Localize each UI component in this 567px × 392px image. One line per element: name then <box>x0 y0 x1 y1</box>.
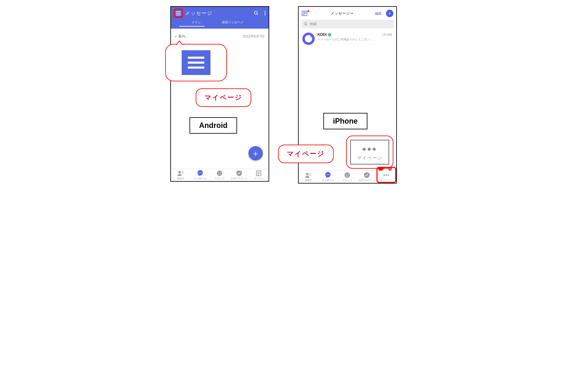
svg-point-14 <box>218 172 219 173</box>
compose-button[interactable]: ＋ <box>248 146 263 160</box>
svg-point-37 <box>345 172 350 178</box>
edit-button[interactable]: 編集 <box>375 11 382 16</box>
mypage-enlarged-label: マイページ <box>357 155 383 161</box>
svg-point-3 <box>264 13 265 14</box>
iphone-header: メッセージ 編集 ＋ <box>299 7 396 18</box>
ellipsis-icon: ●●● <box>357 145 383 153</box>
svg-point-12 <box>201 172 202 173</box>
header-title: メッセージ <box>185 10 254 16</box>
nav-contacts[interactable]: 連絡先 <box>171 170 191 180</box>
message-date: 2022年6月7日 <box>243 34 265 39</box>
android-screenshot: メッセージ メイン 迷惑メッセージ ✔ 案内 <box>170 6 269 182</box>
compose-button[interactable]: ＋ <box>386 10 393 17</box>
message-snippet: ＋メッセージのご利用ありがとうござい… <box>318 38 393 42</box>
more-icon[interactable] <box>264 11 266 15</box>
svg-line-1 <box>257 14 258 15</box>
svg-point-24 <box>304 22 306 25</box>
nav-official[interactable]: 公式アカウント <box>357 172 377 182</box>
portal-icon <box>255 170 262 176</box>
nav-stamp[interactable]: スタンプ <box>210 170 229 180</box>
svg-point-11 <box>200 172 201 173</box>
svg-rect-30 <box>309 173 311 174</box>
verified-icon <box>328 33 331 36</box>
official-icon <box>235 170 243 176</box>
stamp-icon <box>216 170 223 176</box>
svg-point-35 <box>328 174 328 175</box>
contacts-icon <box>177 170 184 176</box>
header-title-dropdown[interactable]: メッセージ <box>311 11 373 16</box>
svg-point-34 <box>326 174 327 175</box>
svg-point-29 <box>306 173 308 175</box>
svg-text:+: + <box>310 35 312 38</box>
svg-rect-8 <box>182 173 183 174</box>
search-icon[interactable] <box>254 11 259 16</box>
tab-spam[interactable]: 迷惑メッセージ <box>205 20 260 27</box>
stamp-icon <box>344 172 351 178</box>
nav-contacts[interactable]: 連絡先 <box>299 172 318 182</box>
svg-point-5 <box>178 171 181 173</box>
search-input[interactable]: 検索 <box>301 20 394 28</box>
verified-icon: ✔ <box>175 35 177 38</box>
notification-dot <box>307 10 309 12</box>
svg-point-13 <box>217 170 222 176</box>
news-icon[interactable] <box>302 11 309 16</box>
svg-rect-7 <box>182 172 183 173</box>
message-snippet: 案内... <box>178 34 188 39</box>
messages-icon <box>197 170 204 176</box>
svg-point-28 <box>328 33 331 36</box>
official-icon <box>363 172 370 178</box>
sender-name: KDDI <box>318 33 327 37</box>
bottom-nav: 連絡先 メッセージ スタンプ 公式アカウント <box>299 170 396 183</box>
nav-messages[interactable]: メッセージ <box>318 172 338 182</box>
chevron-down-icon <box>351 13 353 14</box>
callout-hamburger <box>165 44 227 81</box>
alert-badge: ! <box>388 167 392 171</box>
message-row[interactable]: + KDDI 2月28日 ＋メッセージのご利用ありがとうござい… <box>299 30 396 47</box>
svg-point-41 <box>386 174 387 176</box>
svg-point-42 <box>388 174 389 176</box>
iphone-screenshot: メッセージ 編集 ＋ 検索 + KDDI <box>298 6 397 183</box>
svg-rect-31 <box>309 174 311 175</box>
ellipsis-icon <box>383 172 390 178</box>
svg-point-36 <box>329 174 330 175</box>
svg-line-25 <box>306 25 307 26</box>
callout-mypage-label: マイページ <box>278 145 334 163</box>
os-label: Android <box>190 117 237 134</box>
contacts-icon <box>305 172 312 178</box>
svg-point-40 <box>384 174 385 176</box>
nav-official[interactable]: 公式アカウント <box>229 170 249 180</box>
sender-avatar: + <box>302 33 315 45</box>
search-placeholder: 検索 <box>310 22 317 26</box>
nav-stamp[interactable]: スタンプ <box>338 172 357 182</box>
search-icon <box>304 22 308 26</box>
svg-rect-6 <box>182 171 183 172</box>
svg-point-0 <box>254 11 257 14</box>
nav-portal[interactable]: ポータル <box>249 170 269 180</box>
menu-icon[interactable] <box>174 9 183 18</box>
callout-mypage-label: マイページ <box>196 88 251 107</box>
tab-main[interactable]: メイン <box>179 20 205 27</box>
svg-point-10 <box>199 172 199 173</box>
nav-mypage[interactable]: ! マイページ <box>377 172 396 182</box>
svg-point-39 <box>348 174 349 175</box>
svg-point-38 <box>346 174 347 175</box>
android-header: メッセージ メイン 迷惑メッセージ <box>171 7 269 29</box>
menu-icon-enlarged <box>182 50 210 75</box>
message-date: 2月28日 <box>382 33 392 37</box>
svg-point-15 <box>220 172 221 173</box>
svg-point-2 <box>264 11 265 12</box>
svg-point-4 <box>264 14 265 15</box>
bottom-nav: 連絡先 メッセージ スタンプ 公式アカウント <box>171 169 269 181</box>
messages-icon <box>324 172 332 178</box>
message-row[interactable]: ✔ 案内... 2022年6月7日 <box>171 31 269 42</box>
nav-messages[interactable]: メッセージ <box>190 170 210 180</box>
svg-rect-32 <box>309 175 311 176</box>
os-label: iPhone <box>323 113 367 129</box>
callout-mypage-icon: ●●● マイページ <box>346 136 393 169</box>
